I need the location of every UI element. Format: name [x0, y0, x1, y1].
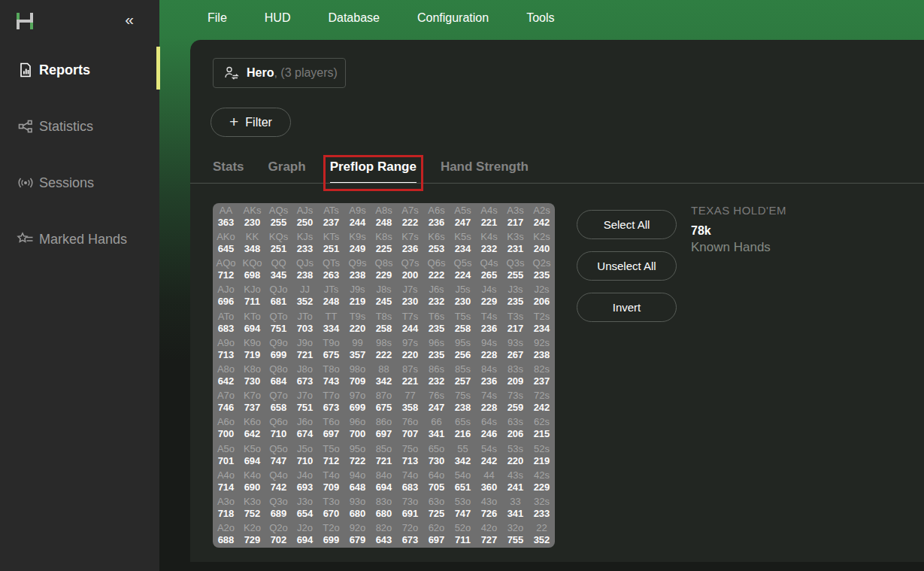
tab-preflop-range[interactable]: Preflop Range: [330, 156, 417, 184]
range-cell-Q3s[interactable]: Q3s255: [502, 256, 529, 282]
range-cell-97o[interactable]: 97o699: [344, 389, 371, 415]
range-cell-75o[interactable]: 75o713: [397, 442, 423, 468]
range-cell-A2o[interactable]: A2o688: [213, 521, 239, 548]
range-cell-T6o[interactable]: T6o697: [318, 415, 344, 442]
range-cell-J5s[interactable]: J5s230: [450, 283, 476, 309]
range-cell-43o[interactable]: 43o726: [476, 495, 502, 521]
range-cell-42s[interactable]: 42s229: [529, 468, 555, 494]
range-cell-J7o[interactable]: J7o751: [292, 389, 318, 415]
range-cell-53s[interactable]: 53s220: [502, 442, 529, 468]
range-cell-Q7s[interactable]: Q7s200: [397, 256, 423, 282]
range-cell-54o[interactable]: 54o651: [450, 468, 476, 494]
range-cell-96s[interactable]: 96s235: [423, 336, 450, 362]
range-cell-77[interactable]: 77358: [397, 389, 423, 415]
range-cell-63s[interactable]: 63s206: [502, 415, 529, 442]
select-all-button[interactable]: Select All: [577, 210, 677, 239]
range-cell-ATo[interactable]: ATo683: [213, 309, 239, 336]
range-cell-AA[interactable]: AA363: [213, 203, 239, 229]
range-cell-Q5s[interactable]: Q5s224: [450, 256, 476, 282]
range-cell-93o[interactable]: 93o680: [344, 495, 371, 521]
range-cell-Q9o[interactable]: Q9o699: [265, 336, 292, 362]
range-cell-88[interactable]: 88342: [371, 362, 397, 388]
range-cell-JJ[interactable]: JJ352: [292, 283, 318, 309]
range-cell-95o[interactable]: 95o722: [344, 442, 371, 468]
range-cell-Q7o[interactable]: Q7o658: [265, 389, 292, 415]
range-cell-QQ[interactable]: QQ345: [265, 256, 292, 282]
range-cell-ATs[interactable]: ATs237: [318, 203, 344, 229]
range-cell-55[interactable]: 55342: [450, 442, 476, 468]
range-cell-A6s[interactable]: A6s236: [423, 203, 450, 229]
range-cell-Q6o[interactable]: Q6o710: [265, 415, 292, 442]
range-cell-83o[interactable]: 83o680: [371, 495, 397, 521]
range-cell-75s[interactable]: 75s238: [450, 389, 476, 415]
range-cell-K4s[interactable]: K4s232: [476, 229, 502, 256]
range-cell-T2s[interactable]: T2s234: [529, 309, 555, 336]
range-cell-83s[interactable]: 83s209: [502, 362, 529, 388]
range-cell-J3s[interactable]: J3s235: [502, 283, 529, 309]
range-cell-K4o[interactable]: K4o690: [239, 468, 265, 494]
range-cell-JTo[interactable]: JTo703: [292, 309, 318, 336]
tab-hand-strength[interactable]: Hand Strength: [441, 156, 529, 184]
menu-tools[interactable]: Tools: [526, 11, 554, 25]
range-cell-93s[interactable]: 93s267: [502, 336, 529, 362]
range-cell-QJo[interactable]: QJo681: [265, 283, 292, 309]
range-cell-95s[interactable]: 95s256: [450, 336, 476, 362]
range-cell-54s[interactable]: 54s242: [476, 442, 502, 468]
range-cell-T5s[interactable]: T5s258: [450, 309, 476, 336]
range-cell-A9s[interactable]: A9s244: [344, 203, 371, 229]
range-cell-96o[interactable]: 96o700: [344, 415, 371, 442]
range-cell-92o[interactable]: 92o679: [344, 521, 371, 548]
range-cell-76o[interactable]: 76o707: [397, 415, 423, 442]
range-cell-74s[interactable]: 74s228: [476, 389, 502, 415]
range-cell-K2s[interactable]: K2s240: [529, 229, 555, 256]
range-cell-K6s[interactable]: K6s253: [423, 229, 450, 256]
range-cell-TT[interactable]: TT334: [318, 309, 344, 336]
range-cell-A6o[interactable]: A6o700: [213, 415, 239, 442]
range-cell-52s[interactable]: 52s219: [529, 442, 555, 468]
range-cell-97s[interactable]: 97s220: [397, 336, 423, 362]
range-cell-T4o[interactable]: T4o709: [318, 468, 344, 494]
range-cell-63o[interactable]: 63o725: [423, 495, 450, 521]
range-cell-66[interactable]: 66341: [423, 415, 450, 442]
range-cell-65s[interactable]: 65s216: [450, 415, 476, 442]
range-cell-84s[interactable]: 84s236: [476, 362, 502, 388]
range-cell-K5s[interactable]: K5s234: [450, 229, 476, 256]
range-cell-K9o[interactable]: K9o719: [239, 336, 265, 362]
range-cell-KJo[interactable]: KJo711: [239, 283, 265, 309]
range-cell-T7o[interactable]: T7o673: [318, 389, 344, 415]
player-selector-button[interactable]: Hero , (3 players): [213, 58, 346, 88]
menu-hud[interactable]: HUD: [265, 11, 291, 25]
range-cell-86s[interactable]: 86s232: [423, 362, 450, 388]
sidebar-item-statistics[interactable]: Statistics: [0, 111, 159, 141]
menu-database[interactable]: Database: [328, 11, 380, 25]
range-cell-J9o[interactable]: J9o721: [292, 336, 318, 362]
range-cell-82s[interactable]: 82s237: [529, 362, 555, 388]
range-cell-K9s[interactable]: K9s249: [344, 229, 371, 256]
range-cell-K3s[interactable]: K3s231: [502, 229, 529, 256]
range-cell-T9o[interactable]: T9o675: [318, 336, 344, 362]
range-cell-AQo[interactable]: AQo712: [213, 256, 239, 282]
range-cell-65o[interactable]: 65o730: [423, 442, 450, 468]
range-cell-J4o[interactable]: J4o693: [292, 468, 318, 494]
range-cell-T5o[interactable]: T5o712: [318, 442, 344, 468]
range-cell-T6s[interactable]: T6s235: [423, 309, 450, 336]
range-cell-74o[interactable]: 74o683: [397, 468, 423, 494]
range-cell-T3s[interactable]: T3s217: [502, 309, 529, 336]
range-cell-K7o[interactable]: K7o737: [239, 389, 265, 415]
range-cell-T3o[interactable]: T3o670: [318, 495, 344, 521]
range-cell-KQo[interactable]: KQo698: [239, 256, 265, 282]
range-cell-22[interactable]: 22352: [529, 521, 555, 548]
range-cell-85o[interactable]: 85o721: [371, 442, 397, 468]
range-cell-K3o[interactable]: K3o752: [239, 495, 265, 521]
range-cell-Q5o[interactable]: Q5o747: [265, 442, 292, 468]
range-cell-72o[interactable]: 72o673: [397, 521, 423, 548]
range-cell-J7s[interactable]: J7s230: [397, 283, 423, 309]
range-cell-Q4s[interactable]: Q4s265: [476, 256, 502, 282]
range-cell-KQs[interactable]: KQs251: [265, 229, 292, 256]
range-cell-92s[interactable]: 92s238: [529, 336, 555, 362]
range-cell-82o[interactable]: 82o643: [371, 521, 397, 548]
range-cell-T8o[interactable]: T8o743: [318, 362, 344, 388]
range-cell-AJs[interactable]: AJs250: [292, 203, 318, 229]
range-cell-52o[interactable]: 52o711: [450, 521, 476, 548]
range-cell-A2s[interactable]: A2s242: [529, 203, 555, 229]
